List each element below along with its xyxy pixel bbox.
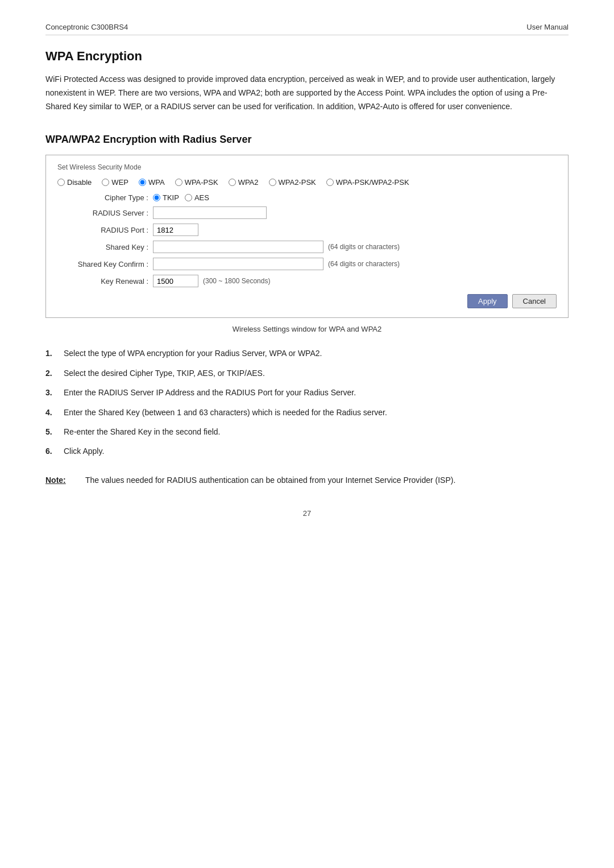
radius-port-input[interactable]: 1812 (153, 224, 198, 236)
radius-server-row: RADIUS Server : (57, 206, 557, 219)
header-left: Conceptronic C300BRS4 (45, 23, 128, 31)
key-renewal-row: Key Renewal : 1500 (300 ~ 1800 Seconds) (57, 275, 557, 287)
step-2: 2. Select the desired Cipher Type, TKIP,… (45, 367, 569, 379)
step-5-text: Re-enter the Shared Key in the second fi… (64, 425, 569, 438)
shared-key-confirm-row: Shared Key Confirm : (64 digits or chara… (57, 258, 557, 270)
page-number: 27 (45, 509, 569, 518)
key-renewal-input[interactable]: 1500 (153, 275, 198, 287)
step-3-text: Enter the RADIUS Server IP Address and t… (64, 386, 569, 399)
note-label: Note: (45, 474, 85, 486)
step-1-num: 1. (45, 347, 64, 359)
step-6-text: Click Apply. (64, 445, 569, 457)
radius-server-input[interactable] (153, 206, 267, 219)
note-text: The values needed for RADIUS authenticat… (85, 474, 569, 486)
step-1-text: Select the type of WPA encryption for yo… (64, 347, 569, 359)
radio-wpa[interactable]: WPA (139, 178, 165, 187)
section1-title: WPA Encryption (45, 49, 569, 64)
key-renewal-label: Key Renewal : (57, 277, 148, 286)
apply-button[interactable]: Apply (467, 294, 508, 308)
shared-key-input[interactable] (153, 241, 323, 253)
radio-wpa2-psk[interactable]: WPA2-PSK (269, 178, 316, 187)
section1-intro: WiFi Protected Access was designed to pr… (45, 73, 569, 113)
step-3: 3. Enter the RADIUS Server IP Address an… (45, 386, 569, 399)
radius-server-label: RADIUS Server : (57, 209, 148, 217)
cancel-button[interactable]: Cancel (512, 294, 557, 308)
step-2-text: Select the desired Cipher Type, TKIP, AE… (64, 367, 569, 379)
shared-key-confirm-input[interactable] (153, 258, 323, 270)
security-mode-radio-row: Disable WEP WPA WPA-PSK WPA2 WPA2-PSK WP… (57, 178, 557, 187)
shared-key-label: Shared Key : (57, 243, 148, 251)
radius-port-label: RADIUS Port : (57, 226, 148, 234)
step-3-num: 3. (45, 386, 64, 399)
form-button-row: Apply Cancel (57, 294, 557, 308)
shared-key-hint: (64 digits or characters) (328, 243, 400, 251)
step-1: 1. Select the type of WPA encryption for… (45, 347, 569, 359)
step-4: 4. Enter the Shared Key (between 1 and 6… (45, 406, 569, 419)
header-right: User Manual (526, 23, 569, 31)
key-renewal-hint: (300 ~ 1800 Seconds) (203, 277, 270, 285)
shared-key-confirm-label: Shared Key Confirm : (57, 260, 148, 268)
radius-port-row: RADIUS Port : 1812 (57, 224, 557, 236)
step-5: 5. Re-enter the Shared Key in the second… (45, 425, 569, 438)
step-4-text: Enter the Shared Key (between 1 and 63 c… (64, 406, 569, 419)
header-bar: Conceptronic C300BRS4 User Manual (45, 23, 569, 35)
note-section: Note: The values needed for RADIUS authe… (45, 474, 569, 486)
radio-wpa-psk-wpa2-psk[interactable]: WPA-PSK/WPA2-PSK (326, 178, 409, 187)
cipher-tkip[interactable]: TKIP (153, 193, 179, 202)
shared-key-row: Shared Key : (64 digits or characters) (57, 241, 557, 253)
step-4-num: 4. (45, 406, 64, 419)
form-legend: Set Wireless Security Mode (57, 163, 557, 171)
radio-wpa2[interactable]: WPA2 (229, 178, 259, 187)
radio-wep[interactable]: WEP (102, 178, 128, 187)
radio-wpa-psk[interactable]: WPA-PSK (175, 178, 218, 187)
steps-list: 1. Select the type of WPA encryption for… (45, 347, 569, 457)
section2-title: WPA/WPA2 Encryption with Radius Server (45, 134, 569, 146)
step-6: 6. Click Apply. (45, 445, 569, 457)
radio-disable[interactable]: Disable (57, 178, 92, 187)
cipher-type-label: Cipher Type : (57, 193, 148, 202)
step-6-num: 6. (45, 445, 64, 457)
shared-key-confirm-hint: (64 digits or characters) (328, 260, 400, 268)
wireless-security-form: Set Wireless Security Mode Disable WEP W… (45, 155, 569, 318)
cipher-type-row: Cipher Type : TKIP AES (57, 193, 557, 202)
form-caption: Wireless Settings window for WPA and WPA… (45, 325, 569, 333)
step-5-num: 5. (45, 425, 64, 438)
cipher-radio-group: TKIP AES (153, 193, 209, 202)
step-2-num: 2. (45, 367, 64, 379)
cipher-aes[interactable]: AES (185, 193, 209, 202)
